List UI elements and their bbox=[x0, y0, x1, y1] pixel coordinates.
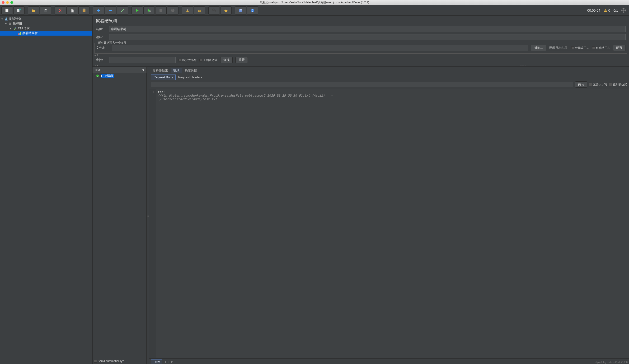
comment-label: 注释: bbox=[96, 35, 106, 39]
request-body-view[interactable]: 1 ftp: //ftp.dlptest.com/BunkerWestProdP… bbox=[149, 89, 629, 358]
toggle-button[interactable] bbox=[117, 6, 128, 14]
svg-rect-4 bbox=[45, 9, 46, 10]
find-button[interactable]: Find bbox=[575, 81, 587, 88]
sample-item[interactable]: FTP请求 bbox=[93, 73, 147, 79]
expand-button[interactable] bbox=[93, 6, 104, 14]
svg-rect-6 bbox=[71, 10, 74, 12]
cut-button[interactable] bbox=[55, 6, 66, 14]
window-titlebar: 线程组-web.jmx (/Users/anita/Job/JMeterTest… bbox=[0, 0, 629, 5]
configure-button[interactable]: 配置 bbox=[613, 45, 626, 51]
svg-rect-17 bbox=[239, 9, 242, 12]
chart-icon bbox=[17, 31, 21, 35]
thread-count: 0/1 bbox=[614, 8, 618, 12]
svg-text:?: ? bbox=[252, 9, 254, 12]
splitter-vertical[interactable]: ┊┊┊ bbox=[147, 67, 149, 364]
save-button[interactable] bbox=[40, 6, 51, 14]
reset-button[interactable]: 重置 bbox=[235, 57, 248, 63]
filename-input[interactable] bbox=[112, 45, 528, 51]
tree-label: FTP请求 bbox=[17, 26, 30, 31]
window-title: 线程组-web.jmx (/Users/anita/Job/JMeterTest… bbox=[260, 0, 369, 4]
svg-rect-11 bbox=[159, 9, 162, 12]
splitter-horizontal-2[interactable]: ▲▼┈┈┈┈ bbox=[93, 64, 629, 66]
expand-gui-icon[interactable] bbox=[622, 8, 626, 12]
shutdown-button[interactable] bbox=[167, 6, 178, 14]
renderer-combo[interactable]: Text ▼ bbox=[93, 67, 147, 73]
splitter-horizontal[interactable]: ▲▼┈┈┈┈ bbox=[93, 54, 629, 56]
show-log-label: 显示日志内容: bbox=[549, 46, 569, 50]
copy-button[interactable] bbox=[66, 6, 78, 14]
zoom-window-icon[interactable] bbox=[10, 1, 13, 4]
clear-button[interactable] bbox=[182, 6, 193, 14]
tab-request[interactable]: 请求 bbox=[171, 68, 182, 73]
start-button[interactable] bbox=[132, 6, 143, 14]
filename-label: 文件名 bbox=[96, 46, 109, 50]
find-case-checkbox[interactable]: 区分大小写 bbox=[589, 83, 607, 87]
samples-pane: Text ▼ FTP请求 Scroll automatically? bbox=[93, 67, 147, 364]
test-plan-tree[interactable]: ▼ 测试计划 ▼ 线程组 ▼ FTP请求 察看结果树 bbox=[0, 16, 93, 364]
function-helper-button[interactable] bbox=[235, 6, 246, 14]
reset-search-button[interactable] bbox=[220, 6, 232, 14]
tree-node-view-results-tree[interactable]: 察看结果树 bbox=[0, 31, 92, 36]
svg-rect-25 bbox=[18, 33, 19, 35]
search-button[interactable]: 查找 bbox=[220, 57, 233, 63]
name-input[interactable] bbox=[109, 26, 626, 32]
regex-checkbox[interactable]: 正则表达式 bbox=[199, 58, 217, 62]
tab-request-body[interactable]: Request Body bbox=[151, 75, 176, 80]
detail-pane: 取样器结果 请求 响应数据 Request Body Request Heade… bbox=[149, 67, 629, 364]
chevron-down-icon: ▼ bbox=[142, 68, 145, 72]
svg-point-10 bbox=[149, 10, 151, 12]
write-to-file-legend: 所有数据写入一个文件 bbox=[97, 41, 128, 45]
stop-button[interactable] bbox=[155, 6, 167, 14]
line-gutter: 1 bbox=[149, 89, 156, 358]
comment-input[interactable] bbox=[109, 34, 626, 40]
tree-node-test-plan[interactable]: ▼ 测试计划 bbox=[0, 17, 92, 21]
tab-raw[interactable]: Raw bbox=[151, 359, 162, 364]
search-input[interactable] bbox=[109, 57, 176, 63]
samples-list[interactable]: FTP请求 bbox=[93, 73, 147, 358]
tab-http[interactable]: HTTP bbox=[162, 359, 176, 364]
request-subtabs: Request Body Request Headers bbox=[149, 73, 629, 80]
help-button[interactable]: ? bbox=[247, 6, 258, 14]
tree-node-ftp-request[interactable]: ▼ FTP请求 bbox=[0, 26, 92, 31]
svg-point-16 bbox=[214, 10, 216, 12]
tab-sampler-result[interactable]: 取样器结果 bbox=[150, 68, 171, 73]
clear-all-button[interactable] bbox=[194, 6, 205, 14]
watermark: https://blog.csdn.net/wd521090 bbox=[595, 361, 628, 364]
templates-button[interactable] bbox=[13, 6, 25, 14]
svg-rect-0 bbox=[5, 9, 8, 12]
search-button[interactable] bbox=[208, 6, 220, 14]
svg-rect-27 bbox=[20, 32, 21, 35]
window-controls[interactable] bbox=[2, 1, 13, 4]
open-button[interactable] bbox=[28, 6, 39, 14]
main-toolbar: ? 00:00:04 ! 0 0/1 bbox=[0, 5, 629, 16]
success-only-checkbox[interactable]: 仅成功日志 bbox=[592, 46, 610, 50]
shield-ok-icon bbox=[96, 74, 99, 78]
minimize-window-icon[interactable] bbox=[6, 1, 9, 4]
tab-response-data[interactable]: 响应数据 bbox=[182, 68, 200, 73]
flask-icon bbox=[4, 17, 8, 21]
tree-node-thread-group[interactable]: ▼ 线程组 bbox=[0, 21, 92, 26]
paste-button[interactable] bbox=[78, 6, 90, 14]
name-label: 名称: bbox=[96, 27, 106, 31]
collapse-button[interactable] bbox=[105, 6, 116, 14]
find-regex-checkbox[interactable]: 正则表达式 bbox=[609, 83, 627, 87]
svg-rect-14 bbox=[187, 9, 188, 10]
find-input[interactable] bbox=[151, 82, 573, 87]
gear-icon bbox=[8, 22, 12, 26]
browse-button[interactable]: 浏览… bbox=[531, 45, 546, 51]
svg-rect-13 bbox=[172, 9, 173, 10]
tree-label: 测试计划 bbox=[9, 17, 21, 21]
close-window-icon[interactable] bbox=[2, 1, 4, 4]
tree-label: 察看结果树 bbox=[22, 31, 38, 35]
svg-point-2 bbox=[19, 8, 21, 10]
start-no-timers-button[interactable] bbox=[143, 6, 155, 14]
errors-only-checkbox[interactable]: 仅错误日志 bbox=[571, 46, 589, 50]
new-button[interactable] bbox=[1, 6, 13, 14]
warning-count: 0 bbox=[608, 8, 610, 12]
scroll-auto-checkbox[interactable]: Scroll automatically? bbox=[94, 360, 124, 363]
search-label: 查找: bbox=[96, 58, 106, 62]
tree-label: 线程组 bbox=[13, 22, 22, 26]
tab-request-headers[interactable]: Request Headers bbox=[176, 75, 205, 80]
svg-point-23 bbox=[9, 23, 10, 24]
case-sensitive-checkbox[interactable]: 区分大小写 bbox=[178, 58, 196, 62]
